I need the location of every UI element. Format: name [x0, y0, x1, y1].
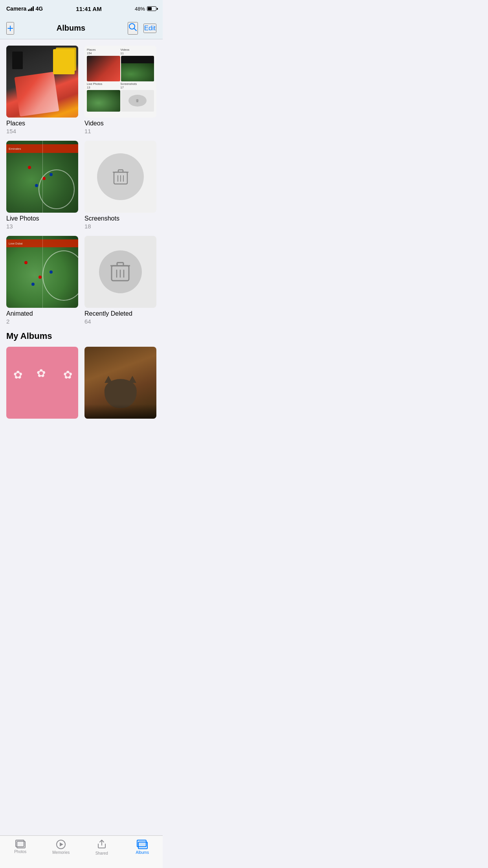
mini-live-label: Live Photos [87, 82, 121, 86]
album-cat[interactable] [84, 347, 156, 419]
my-albums-title: My Albums [6, 331, 156, 341]
status-right: 48% [135, 6, 156, 12]
live-photos-label: Live Photos [6, 215, 78, 222]
trash-circle-deleted [99, 250, 142, 294]
live-photos-thumbnail: Emirates [6, 141, 78, 213]
deleted-label: Recently Deleted [84, 310, 156, 317]
animated-thumbnail: Love Dubai [6, 236, 78, 308]
mini-football-image [121, 56, 154, 81]
videos-label: Videos [84, 120, 156, 127]
album-live-photos[interactable]: Emirates Live Photos 13 [6, 141, 78, 230]
mini-live-image [87, 90, 120, 112]
search-button[interactable] [128, 22, 138, 35]
albums-grid: Places 154 Places 154 Videos 11 [6, 46, 156, 325]
mini-bag-image [87, 56, 120, 81]
places-thumbnail [6, 46, 78, 118]
mini-screenshots-count: 17 [121, 86, 154, 89]
animated-label: Animated [6, 310, 78, 317]
mini-videos-count: 11 [121, 51, 154, 55]
screenshots-count: 18 [84, 223, 156, 230]
album-places[interactable]: Places 154 [6, 46, 78, 134]
battery-icon [147, 6, 156, 11]
edit-button[interactable]: Edit [143, 24, 156, 33]
places-count: 154 [6, 128, 78, 134]
videos-thumbnail: Places 154 Videos 11 [84, 46, 156, 118]
my-albums-grid: ✿ ✿ ✿ [6, 347, 156, 419]
deleted-count: 64 [84, 318, 156, 325]
page-title: Albums [57, 24, 85, 33]
battery-percent: 48% [135, 6, 145, 12]
album-screenshots[interactable]: Screenshots 18 [84, 141, 156, 230]
nav-right-actions: Edit [128, 22, 156, 35]
status-time: 11:41 AM [76, 6, 101, 12]
videos-count: 11 [84, 128, 156, 134]
nav-bar: + Albums Edit [0, 17, 163, 39]
battery-fill [148, 7, 152, 10]
places-label: Places [6, 120, 78, 127]
mini-places-count: 154 [87, 51, 121, 55]
album-pink[interactable]: ✿ ✿ ✿ [6, 347, 78, 419]
live-photos-count: 13 [6, 223, 78, 230]
trash-circle-screenshots [97, 153, 144, 200]
scroll-content: Places 154 Places 154 Videos 11 [0, 39, 163, 458]
svg-line-1 [134, 28, 136, 31]
album-animated[interactable]: Love Dubai Animated 2 [6, 236, 78, 325]
carrier-label: Camera [6, 6, 26, 12]
album-videos[interactable]: Places 154 Videos 11 [84, 46, 156, 134]
cat-album-thumbnail [84, 347, 156, 419]
screenshots-thumbnail [84, 141, 156, 213]
status-left: Camera 4G [6, 6, 43, 12]
mini-screenshots-label: Screenshots [121, 82, 154, 86]
mini-live-count: 13 [87, 86, 121, 89]
signal-bars [28, 6, 34, 11]
deleted-thumbnail [84, 236, 156, 308]
mini-places-label: Places [87, 48, 121, 51]
mini-trash-image: 🗑 [121, 90, 154, 112]
pink-album-thumbnail: ✿ ✿ ✿ [6, 347, 78, 419]
screenshots-label: Screenshots [84, 215, 156, 222]
status-bar: Camera 4G 11:41 AM 48% [0, 0, 163, 17]
album-recently-deleted[interactable]: Recently Deleted 64 [84, 236, 156, 325]
mini-videos-label: Videos [121, 48, 154, 51]
animated-count: 2 [6, 318, 78, 325]
add-button[interactable]: + [6, 22, 14, 35]
network-label: 4G [35, 6, 43, 12]
